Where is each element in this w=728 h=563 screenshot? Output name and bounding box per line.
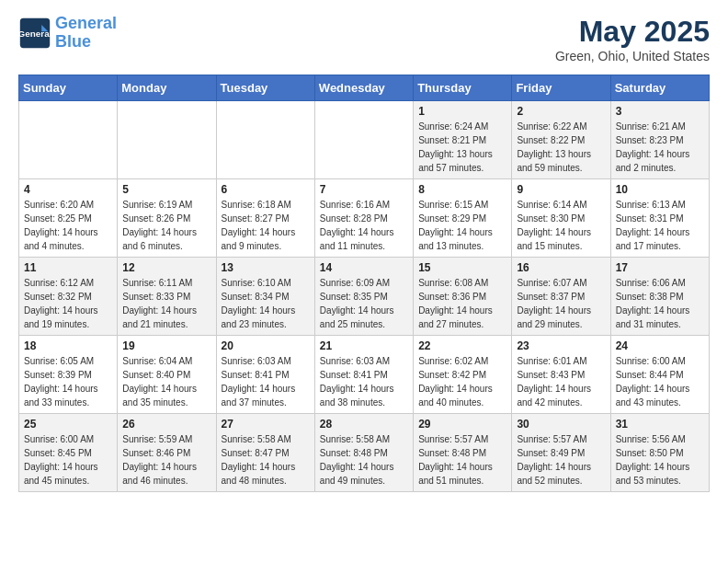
day-number: 15 — [418, 261, 506, 274]
logo: General General Blue — [18, 15, 117, 52]
calendar-cell — [216, 101, 314, 179]
calendar-header-row: SundayMondayTuesdayWednesdayThursdayFrid… — [19, 75, 710, 101]
calendar-week-1: 1 Sunrise: 6:24 AMSunset: 8:21 PMDayligh… — [19, 101, 710, 179]
calendar-cell: 16 Sunrise: 6:07 AMSunset: 8:37 PMDaylig… — [512, 258, 610, 336]
calendar-week-3: 11 Sunrise: 6:12 AMSunset: 8:32 PMDaylig… — [19, 258, 710, 336]
logo-text: General Blue — [55, 15, 117, 52]
day-number: 6 — [222, 183, 310, 196]
calendar-cell: 1 Sunrise: 6:24 AMSunset: 8:21 PMDayligh… — [414, 101, 512, 179]
logo-icon: General — [18, 17, 51, 50]
calendar-week-2: 4 Sunrise: 6:20 AMSunset: 8:25 PMDayligh… — [19, 179, 710, 258]
day-info: Sunrise: 5:58 AMSunset: 8:48 PMDaylight:… — [320, 432, 408, 488]
day-info: Sunrise: 6:04 AMSunset: 8:40 PMDaylight:… — [122, 354, 210, 409]
day-info: Sunrise: 5:57 AMSunset: 8:48 PMDaylight:… — [418, 432, 506, 488]
day-info: Sunrise: 6:14 AMSunset: 8:30 PMDaylight:… — [517, 198, 605, 253]
header-day-sunday: Sunday — [19, 75, 118, 101]
calendar-cell: 2 Sunrise: 6:22 AMSunset: 8:22 PMDayligh… — [512, 101, 610, 179]
calendar-cell: 26 Sunrise: 5:59 AMSunset: 8:46 PMDaylig… — [118, 414, 216, 492]
calendar-cell: 27 Sunrise: 5:58 AMSunset: 8:47 PMDaylig… — [216, 414, 314, 492]
calendar-cell: 9 Sunrise: 6:14 AMSunset: 8:30 PMDayligh… — [512, 179, 610, 258]
day-info: Sunrise: 6:21 AMSunset: 8:23 PMDaylight:… — [616, 120, 704, 175]
day-number: 27 — [222, 418, 310, 431]
calendar-cell: 21 Sunrise: 6:03 AMSunset: 8:41 PMDaylig… — [314, 336, 413, 414]
day-info: Sunrise: 6:09 AMSunset: 8:35 PMDaylight:… — [320, 276, 408, 331]
day-number: 25 — [24, 418, 112, 431]
day-info: Sunrise: 6:11 AMSunset: 8:33 PMDaylight:… — [122, 276, 210, 331]
calendar-cell: 23 Sunrise: 6:01 AMSunset: 8:43 PMDaylig… — [512, 336, 610, 414]
day-number: 12 — [122, 261, 210, 274]
day-info: Sunrise: 6:02 AMSunset: 8:42 PMDaylight:… — [418, 354, 506, 409]
day-number: 3 — [616, 105, 704, 118]
day-number: 19 — [122, 339, 210, 352]
day-number: 22 — [418, 339, 506, 352]
day-info: Sunrise: 6:08 AMSunset: 8:36 PMDaylight:… — [418, 276, 506, 331]
day-info: Sunrise: 6:03 AMSunset: 8:41 PMDaylight:… — [222, 354, 310, 409]
calendar-week-4: 18 Sunrise: 6:05 AMSunset: 8:39 PMDaylig… — [19, 336, 710, 414]
calendar-cell: 10 Sunrise: 6:13 AMSunset: 8:31 PMDaylig… — [610, 179, 709, 258]
calendar-cell: 14 Sunrise: 6:09 AMSunset: 8:35 PMDaylig… — [314, 258, 413, 336]
day-number: 4 — [24, 183, 112, 196]
day-info: Sunrise: 5:57 AMSunset: 8:49 PMDaylight:… — [517, 432, 605, 488]
day-number: 31 — [616, 418, 704, 431]
calendar-cell: 7 Sunrise: 6:16 AMSunset: 8:28 PMDayligh… — [314, 179, 413, 258]
calendar-cell: 3 Sunrise: 6:21 AMSunset: 8:23 PMDayligh… — [610, 101, 709, 179]
day-number: 5 — [122, 183, 210, 196]
title-block: May 2025 Green, Ohio, United States — [555, 15, 710, 63]
calendar-cell: 22 Sunrise: 6:02 AMSunset: 8:42 PMDaylig… — [414, 336, 512, 414]
header-day-monday: Monday — [118, 75, 216, 101]
calendar-cell: 18 Sunrise: 6:05 AMSunset: 8:39 PMDaylig… — [19, 336, 118, 414]
calendar-cell: 17 Sunrise: 6:06 AMSunset: 8:38 PMDaylig… — [610, 258, 709, 336]
day-number: 10 — [616, 183, 704, 196]
calendar-cell: 13 Sunrise: 6:10 AMSunset: 8:34 PMDaylig… — [216, 258, 314, 336]
calendar-cell: 24 Sunrise: 6:00 AMSunset: 8:44 PMDaylig… — [610, 336, 709, 414]
day-number: 21 — [320, 339, 408, 352]
logo-line1: General — [55, 14, 117, 32]
day-number: 18 — [24, 339, 112, 352]
main-title: May 2025 — [555, 15, 710, 49]
calendar-cell: 4 Sunrise: 6:20 AMSunset: 8:25 PMDayligh… — [19, 179, 118, 258]
day-number: 16 — [517, 261, 605, 274]
calendar-cell: 29 Sunrise: 5:57 AMSunset: 8:48 PMDaylig… — [414, 414, 512, 492]
day-info: Sunrise: 6:03 AMSunset: 8:41 PMDaylight:… — [320, 354, 408, 409]
day-number: 28 — [320, 418, 408, 431]
day-number: 23 — [517, 339, 605, 352]
day-info: Sunrise: 6:07 AMSunset: 8:37 PMDaylight:… — [517, 276, 605, 331]
header-day-tuesday: Tuesday — [216, 75, 314, 101]
header-day-thursday: Thursday — [414, 75, 512, 101]
header-day-wednesday: Wednesday — [314, 75, 413, 101]
calendar-table: SundayMondayTuesdayWednesdayThursdayFrid… — [18, 75, 710, 492]
calendar-cell: 15 Sunrise: 6:08 AMSunset: 8:36 PMDaylig… — [414, 258, 512, 336]
day-number: 29 — [418, 418, 506, 431]
day-number: 8 — [418, 183, 506, 196]
calendar-cell — [19, 101, 118, 179]
page-header: General General Blue May 2025 Green, Ohi… — [18, 15, 710, 63]
day-info: Sunrise: 6:24 AMSunset: 8:21 PMDaylight:… — [418, 120, 506, 175]
calendar-header: SundayMondayTuesdayWednesdayThursdayFrid… — [19, 75, 710, 101]
calendar-cell — [314, 101, 413, 179]
day-info: Sunrise: 6:05 AMSunset: 8:39 PMDaylight:… — [24, 354, 112, 409]
day-number: 9 — [517, 183, 605, 196]
day-number: 7 — [320, 183, 408, 196]
logo-line2: Blue — [55, 32, 91, 51]
day-info: Sunrise: 6:06 AMSunset: 8:38 PMDaylight:… — [616, 276, 704, 331]
calendar-cell: 5 Sunrise: 6:19 AMSunset: 8:26 PMDayligh… — [118, 179, 216, 258]
day-info: Sunrise: 5:59 AMSunset: 8:46 PMDaylight:… — [122, 432, 210, 488]
svg-text:General: General — [18, 28, 51, 38]
day-number: 11 — [24, 261, 112, 274]
calendar-cell: 30 Sunrise: 5:57 AMSunset: 8:49 PMDaylig… — [512, 414, 610, 492]
day-number: 2 — [517, 105, 605, 118]
day-info: Sunrise: 6:13 AMSunset: 8:31 PMDaylight:… — [616, 198, 704, 253]
header-day-saturday: Saturday — [610, 75, 709, 101]
day-number: 17 — [616, 261, 704, 274]
header-day-friday: Friday — [512, 75, 610, 101]
day-info: Sunrise: 6:19 AMSunset: 8:26 PMDaylight:… — [122, 198, 210, 253]
day-info: Sunrise: 6:00 AMSunset: 8:45 PMDaylight:… — [24, 432, 112, 488]
calendar-cell: 6 Sunrise: 6:18 AMSunset: 8:27 PMDayligh… — [216, 179, 314, 258]
calendar-cell: 25 Sunrise: 6:00 AMSunset: 8:45 PMDaylig… — [19, 414, 118, 492]
day-info: Sunrise: 6:10 AMSunset: 8:34 PMDaylight:… — [222, 276, 310, 331]
day-info: Sunrise: 5:56 AMSunset: 8:50 PMDaylight:… — [616, 432, 704, 488]
day-number: 13 — [222, 261, 310, 274]
day-number: 20 — [222, 339, 310, 352]
day-info: Sunrise: 6:00 AMSunset: 8:44 PMDaylight:… — [616, 354, 704, 409]
calendar-week-5: 25 Sunrise: 6:00 AMSunset: 8:45 PMDaylig… — [19, 414, 710, 492]
